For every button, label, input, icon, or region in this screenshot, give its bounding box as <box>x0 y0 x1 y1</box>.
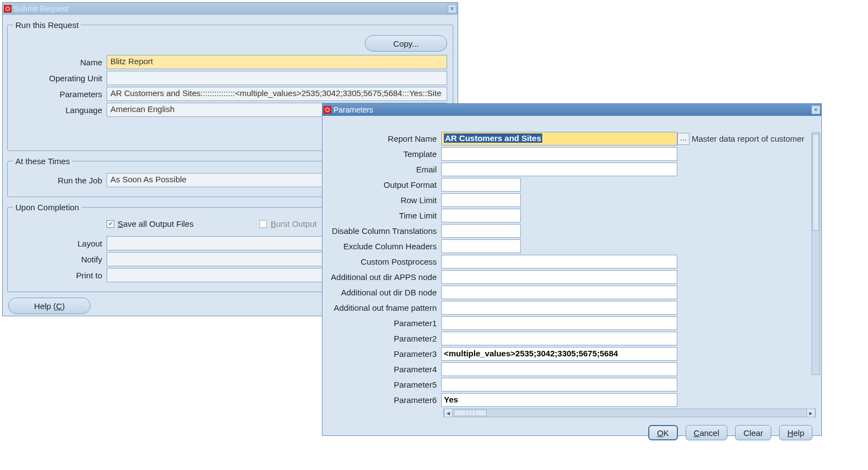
report-name-field[interactable]: AR Customers and Sites <box>441 132 677 146</box>
parameters-body: Report Name AR Customers and Sites … Mas… <box>322 116 821 435</box>
operating-unit-label: Operating Unit <box>13 74 107 83</box>
row-limit-field[interactable] <box>441 193 521 207</box>
addl-out-dir-db-field[interactable] <box>441 286 677 299</box>
output-format-field[interactable] <box>441 178 521 192</box>
scrollbar-thumb[interactable] <box>454 410 487 416</box>
template-label: Template <box>326 149 441 159</box>
parameters-label: Parameters <box>13 89 107 99</box>
parameter3-field[interactable]: <multiple_values>2535;3042;3305;5675;568… <box>441 347 677 361</box>
parameters-window: Parameters × Report Name AR Customers an… <box>322 103 822 436</box>
addl-out-dir-db-label: Additional out dir DB node <box>326 288 441 297</box>
close-icon[interactable]: × <box>448 4 457 13</box>
cancel-button[interactable]: Cancel <box>686 425 728 440</box>
vertical-scrollbar[interactable] <box>811 132 820 375</box>
parameter3-label: Parameter3 <box>326 349 441 359</box>
save-all-output-checkbox[interactable]: ✔ Save all Output Files <box>107 219 193 228</box>
submit-request-titlebar[interactable]: Submit Request × <box>3 3 458 15</box>
addl-out-fname-label: Additional out fname pattern <box>326 303 441 312</box>
submit-request-title: Submit Request <box>14 4 448 13</box>
exclude-col-headers-label: Exclude Column Headers <box>326 242 441 251</box>
oracle-icon <box>4 5 12 13</box>
output-format-label: Output Format <box>326 180 441 189</box>
checkbox-unchecked-icon <box>259 220 267 228</box>
parameter5-field[interactable] <box>441 378 677 391</box>
ok-button[interactable]: OK <box>648 425 678 440</box>
disable-col-trans-label: Disable Column Translations <box>326 226 441 236</box>
row-limit-label: Row Limit <box>326 195 441 205</box>
parameter5-label: Parameter5 <box>326 380 441 389</box>
close-icon[interactable]: × <box>811 105 820 114</box>
parameter1-field[interactable] <box>441 316 677 330</box>
parameter2-label: Parameter2 <box>326 334 441 343</box>
parameters-field[interactable]: AR Customers and Sites:::::::::::::::<mu… <box>107 87 447 101</box>
addl-out-fname-field[interactable] <box>441 301 677 315</box>
oracle-icon <box>324 106 331 114</box>
upon-completion-legend: Upon Completion <box>13 203 81 212</box>
checkbox-checked-icon: ✔ <box>107 220 114 228</box>
addl-out-dir-apps-label: Additional out dir APPS node <box>326 272 441 282</box>
name-label: Name <box>13 58 107 67</box>
layout-label: Layout <box>13 239 107 248</box>
exclude-col-headers-field[interactable] <box>441 239 521 253</box>
parameter1-label: Parameter1 <box>326 318 441 328</box>
at-these-times-legend: At these Times <box>13 156 72 166</box>
clear-button[interactable]: Clear <box>735 425 771 440</box>
horizontal-scrollbar[interactable]: ◄ ► <box>443 409 816 417</box>
time-limit-field[interactable] <box>441 209 521 222</box>
scroll-right-icon[interactable]: ► <box>806 409 815 417</box>
notify-label: Notify <box>13 255 107 264</box>
report-name-label: Report Name <box>326 134 441 143</box>
help-button[interactable]: Help <box>779 425 813 440</box>
parameter6-label: Parameter6 <box>326 395 441 405</box>
parameter6-field[interactable]: Yes <box>441 393 677 407</box>
report-name-hint: Master data report of customer ma <box>689 134 806 143</box>
addl-out-dir-apps-field[interactable] <box>441 270 677 284</box>
parameters-title: Parameters <box>333 105 811 114</box>
custom-postprocess-label: Custom Postprocess <box>326 257 441 266</box>
parameter2-field[interactable] <box>441 332 677 345</box>
language-label: Language <box>13 105 107 115</box>
parameter4-label: Parameter4 <box>326 365 441 374</box>
lov-button[interactable]: … <box>677 133 689 145</box>
template-field[interactable] <box>441 147 677 161</box>
time-limit-label: Time Limit <box>326 211 441 220</box>
copy-button[interactable]: Copy... <box>365 35 447 52</box>
name-field[interactable]: Blitz Report <box>107 55 447 69</box>
custom-postprocess-field[interactable] <box>441 255 677 268</box>
run-this-request-legend: Run this Request <box>13 20 81 30</box>
parameter4-field[interactable] <box>441 362 677 376</box>
print-to-label: Print to <box>13 271 107 280</box>
parameters-button-row: OK Cancel Clear Help <box>326 421 818 444</box>
scroll-left-icon[interactable]: ◄ <box>444 409 453 417</box>
parameters-titlebar[interactable]: Parameters × <box>322 104 821 116</box>
operating-unit-field[interactable] <box>107 71 447 85</box>
burst-output-checkbox[interactable]: Burst Output <box>259 219 316 228</box>
run-the-job-label: Run the Job <box>13 176 107 185</box>
scrollbar-thumb[interactable] <box>813 134 819 231</box>
email-label: Email <box>326 165 441 174</box>
help-button[interactable]: Help (C) <box>8 298 91 314</box>
disable-col-trans-field[interactable] <box>441 224 521 238</box>
email-field[interactable] <box>441 163 677 176</box>
